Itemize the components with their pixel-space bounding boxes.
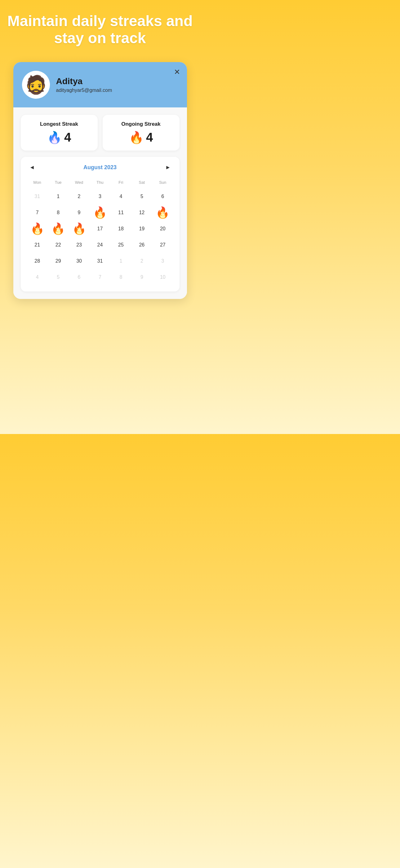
card-header: 🧔 Aditya adityaghyar5@gmail.com ✕ — [13, 62, 187, 107]
day-header-wed: Wed — [69, 178, 89, 188]
cal-cell-9[interactable]: 9 — [69, 205, 89, 221]
cal-cell-16[interactable]: 🔥 16 — [69, 221, 89, 237]
avatar-emoji: 🧔 — [25, 76, 47, 94]
ongoing-streak-number: 4 — [146, 130, 153, 144]
cal-cell-11[interactable]: 11 — [110, 205, 131, 221]
cal-cell-10-next: 10 — [152, 269, 173, 285]
cal-cell-3[interactable]: 3 — [90, 188, 110, 205]
next-month-button[interactable]: ► — [163, 163, 173, 172]
prev-month-button[interactable]: ◄ — [27, 163, 37, 172]
cal-cell-3-next: 3 — [152, 253, 173, 269]
cal-cell-5[interactable]: 5 — [131, 188, 152, 205]
cal-cell-10[interactable]: 🔥 10 — [90, 205, 110, 221]
fire-cell-13: 🔥 13 — [156, 206, 170, 219]
streak-row: Longest Streak 🔥 4 Ongoing Streak 🔥 4 — [21, 115, 179, 151]
cal-cell-24[interactable]: 24 — [90, 237, 110, 253]
cal-cell-6[interactable]: 6 — [152, 188, 173, 205]
fire-number-14: 14 — [35, 227, 39, 232]
cal-cell-9-next: 9 — [131, 269, 152, 285]
user-name: Aditya — [56, 76, 112, 86]
cal-cell-25[interactable]: 25 — [110, 237, 131, 253]
cal-cell-12[interactable]: 12 — [131, 205, 152, 221]
cal-cell-4-next: 4 — [27, 269, 48, 285]
ongoing-streak-value: 🔥 4 — [129, 130, 153, 144]
fire-number-16: 16 — [77, 227, 81, 232]
cal-cell-7[interactable]: 7 — [27, 205, 48, 221]
cal-cell-4[interactable]: 4 — [110, 188, 131, 205]
cal-cell-13[interactable]: 🔥 13 — [152, 205, 173, 221]
cal-cell-30[interactable]: 30 — [69, 253, 89, 269]
ongoing-streak-label: Ongoing Streak — [121, 121, 161, 127]
cal-cell-15[interactable]: 🔥 15 — [48, 221, 69, 237]
fire-number-10: 10 — [98, 211, 102, 216]
longest-streak-box: Longest Streak 🔥 4 — [21, 115, 98, 151]
cal-cell-29[interactable]: 29 — [48, 253, 69, 269]
fire-cell-15: 🔥 15 — [52, 222, 65, 236]
user-info: Aditya adityaghyar5@gmail.com — [56, 76, 112, 93]
day-header-fri: Fri — [110, 178, 131, 188]
cal-cell-1[interactable]: 1 — [48, 188, 69, 205]
longest-streak-value: 🔥 4 — [47, 130, 71, 144]
cal-cell-20[interactable]: 20 — [152, 221, 173, 237]
cal-cell-7-next: 7 — [90, 269, 110, 285]
hero-title: Maintain daily streaks and stay on track — [6, 12, 194, 46]
main-card: 🧔 Aditya adityaghyar5@gmail.com ✕ Longes… — [13, 62, 187, 299]
cal-cell-2-next: 2 — [131, 253, 152, 269]
fire-cell-14: 🔥 14 — [30, 222, 44, 236]
close-button[interactable]: ✕ — [174, 68, 180, 76]
cal-cell-2[interactable]: 2 — [69, 188, 89, 205]
day-header-mon: Mon — [27, 178, 48, 188]
card-body: Longest Streak 🔥 4 Ongoing Streak 🔥 4 ◄ … — [13, 107, 187, 299]
fire-cell-10: 🔥 10 — [93, 206, 107, 219]
cal-cell-19[interactable]: 19 — [131, 221, 152, 237]
calendar-header: ◄ August 2023 ► — [27, 163, 173, 172]
cal-cell-23[interactable]: 23 — [69, 237, 89, 253]
day-header-tue: Tue — [48, 178, 69, 188]
cal-cell-8-next: 8 — [110, 269, 131, 285]
header-left: 🧔 Aditya adityaghyar5@gmail.com — [22, 71, 112, 99]
cal-cell-31-aug[interactable]: 31 — [90, 253, 110, 269]
cal-cell-27[interactable]: 27 — [152, 237, 173, 253]
cal-cell-18[interactable]: 18 — [110, 221, 131, 237]
fire-number-13: 13 — [161, 211, 165, 216]
calendar: ◄ August 2023 ► Mon Tue Wed Thu Fri Sat … — [21, 157, 179, 291]
cal-cell-5-next: 5 — [48, 269, 69, 285]
avatar: 🧔 — [22, 71, 50, 99]
longest-streak-number: 4 — [64, 130, 71, 144]
ongoing-streak-box: Ongoing Streak 🔥 4 — [103, 115, 179, 151]
ongoing-streak-icon: 🔥 — [129, 131, 143, 144]
cal-cell-26[interactable]: 26 — [131, 237, 152, 253]
day-header-sun: Sun — [152, 178, 173, 188]
longest-streak-label: Longest Streak — [40, 121, 78, 127]
calendar-grid: Mon Tue Wed Thu Fri Sat Sun 31 1 2 3 4 5… — [27, 178, 173, 285]
longest-streak-icon: 🔥 — [47, 131, 62, 144]
day-header-thu: Thu — [90, 178, 110, 188]
cal-cell-31-prev: 31 — [27, 188, 48, 205]
cal-cell-28[interactable]: 28 — [27, 253, 48, 269]
cal-cell-8[interactable]: 8 — [48, 205, 69, 221]
cal-cell-21[interactable]: 21 — [27, 237, 48, 253]
calendar-month-label: August 2023 — [84, 164, 116, 171]
fire-number-15: 15 — [56, 227, 60, 232]
fire-cell-16: 🔥 16 — [72, 222, 86, 236]
day-header-sat: Sat — [131, 178, 152, 188]
cal-cell-1-next: 1 — [110, 253, 131, 269]
cal-cell-6-next: 6 — [69, 269, 89, 285]
user-email: adityaghyar5@gmail.com — [56, 88, 112, 93]
cal-cell-14[interactable]: 🔥 14 — [27, 221, 48, 237]
cal-cell-22[interactable]: 22 — [48, 237, 69, 253]
cal-cell-17[interactable]: 17 — [90, 221, 110, 237]
